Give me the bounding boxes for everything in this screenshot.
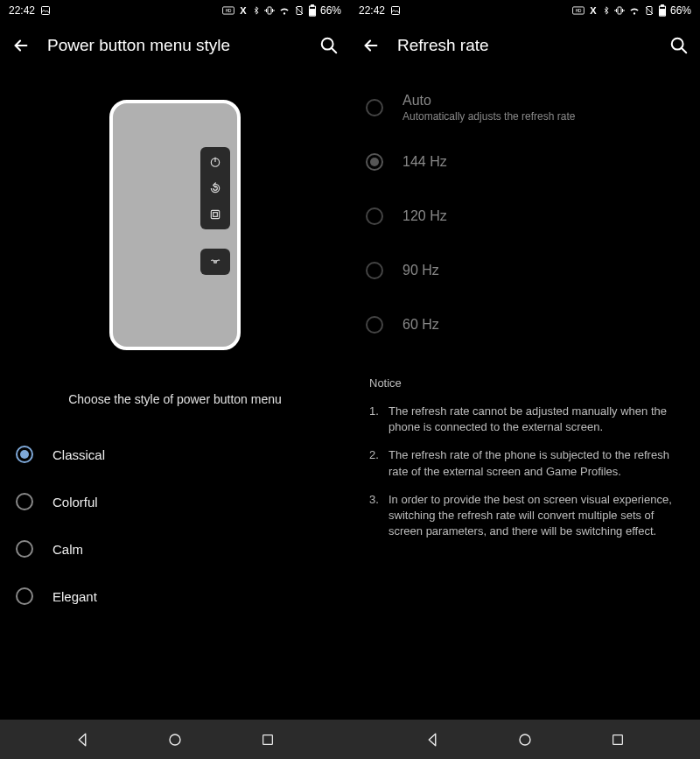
- vibrate-icon: [264, 5, 275, 16]
- radio-label: 144 Hz: [402, 154, 447, 170]
- notice-item: 1. The refresh rate cannot be adjusted m…: [369, 404, 681, 435]
- no-sim-icon: [644, 5, 654, 16]
- svg-rect-24: [263, 734, 273, 744]
- svg-rect-8: [311, 10, 315, 16]
- radio-indicator: [16, 446, 33, 463]
- radio-option-60hz: 60 Hz: [350, 298, 700, 352]
- nav-recent-button[interactable]: [607, 729, 628, 750]
- nav-home-button[interactable]: [164, 729, 186, 750]
- radio-label: Colorful: [52, 495, 98, 510]
- radio-indicator: [366, 99, 383, 116]
- radio-option-90hz: 90 Hz: [350, 243, 700, 298]
- screenshot-icon: [390, 5, 401, 16]
- wifi-icon: [628, 5, 640, 16]
- notice-item: 2. The refresh rate of the phone is subj…: [369, 447, 681, 479]
- status-bar: 22:42 HD X 66%: [0, 0, 350, 21]
- radio-indicator: [16, 540, 33, 558]
- svg-rect-26: [613, 734, 623, 744]
- style-options: Classical Colorful Calm Elegant: [0, 431, 350, 620]
- app-bar: Power button menu style: [0, 21, 350, 70]
- svg-rect-7: [312, 5, 314, 6]
- svg-rect-12: [214, 213, 218, 217]
- page-subtitle: Choose the style of power button menu: [0, 392, 350, 406]
- notice-text: The refresh rate of the phone is subject…: [388, 447, 681, 479]
- svg-text:HD: HD: [226, 9, 232, 13]
- radio-option-120hz: 120 Hz: [350, 189, 700, 243]
- restart-icon: [206, 179, 225, 198]
- radio-label: 120 Hz: [402, 208, 447, 224]
- battery-icon: [658, 4, 667, 17]
- battery-percent: 66%: [670, 4, 691, 17]
- notice-title: Notice: [369, 376, 681, 390]
- notice-text: In order to provide the best on screen v…: [388, 492, 681, 540]
- nav-recent-button[interactable]: [257, 729, 278, 750]
- radio-label: Calm: [52, 542, 83, 557]
- style-preview: [0, 100, 350, 350]
- battery-icon: [308, 4, 317, 17]
- svg-rect-17: [618, 7, 621, 14]
- radio-label: 60 Hz: [402, 317, 439, 333]
- radio-label: 90 Hz: [402, 263, 439, 278]
- notice-text: The refresh rate cannot be adjusted manu…: [388, 404, 681, 435]
- nav-back-button[interactable]: [422, 729, 443, 750]
- navigation-bar: [0, 720, 700, 759]
- app-bar: Refresh rate: [350, 21, 700, 70]
- radio-option-144hz: 144 Hz: [350, 135, 700, 189]
- x-mode-icon: X: [588, 5, 598, 16]
- radio-option-classical[interactable]: Classical: [0, 431, 350, 478]
- radio-indicator: [16, 587, 33, 605]
- svg-rect-4: [268, 7, 271, 14]
- svg-rect-20: [662, 5, 664, 6]
- bluetooth-icon: [252, 5, 261, 16]
- no-sim-icon: [294, 5, 304, 16]
- back-button[interactable]: [360, 35, 382, 56]
- svg-point-23: [170, 734, 180, 745]
- radio-option-colorful[interactable]: Colorful: [0, 478, 350, 525]
- notice-item: 3. In order to provide the best on scree…: [369, 492, 681, 540]
- search-button[interactable]: [668, 35, 690, 56]
- radio-sublabel: Automatically adjusts the refresh rate: [402, 110, 575, 123]
- svg-text:HD: HD: [576, 9, 582, 13]
- radio-label: Auto: [402, 93, 575, 109]
- radio-indicator: [16, 493, 33, 510]
- radio-option-auto: Auto Automatically adjusts the refresh r…: [350, 81, 700, 135]
- back-button[interactable]: [10, 35, 32, 56]
- page-title: Power button menu style: [47, 36, 303, 55]
- radio-option-elegant[interactable]: Elegant: [0, 573, 350, 620]
- nav-home-button[interactable]: [514, 729, 536, 750]
- resolution-icon: HD: [572, 6, 584, 15]
- wifi-icon: [278, 5, 290, 16]
- screen-refresh-rate: 22:42 HD X 66% Refresh rate: [350, 0, 700, 720]
- screenshot-icon: [40, 5, 51, 16]
- resolution-icon: HD: [222, 6, 234, 15]
- radio-indicator: [366, 153, 383, 171]
- power-icon: [206, 152, 225, 172]
- svg-rect-21: [661, 10, 665, 16]
- battery-percent: 66%: [320, 4, 341, 17]
- bluetooth-icon: [602, 5, 611, 16]
- svg-rect-11: [211, 210, 219, 218]
- page-title: Refresh rate: [397, 36, 653, 55]
- svg-text:X: X: [240, 5, 247, 16]
- radio-label: Elegant: [52, 589, 97, 604]
- nav-back-button[interactable]: [72, 729, 93, 750]
- radio-indicator: [366, 207, 383, 225]
- radio-option-calm[interactable]: Calm: [0, 525, 350, 573]
- radio-label: Classical: [52, 447, 105, 462]
- svg-text:X: X: [590, 5, 597, 16]
- screen-power-menu-style: 22:42 HD X 66% Power button menu style: [0, 0, 350, 720]
- status-time: 22:42: [9, 4, 35, 17]
- refresh-rate-options: Auto Automatically adjusts the refresh r…: [350, 81, 700, 352]
- search-button[interactable]: [318, 35, 340, 56]
- svg-point-25: [520, 734, 530, 745]
- radio-indicator: [366, 262, 383, 279]
- x-mode-icon: X: [238, 5, 248, 16]
- status-bar: 22:42 HD X 66%: [350, 0, 700, 21]
- emergency-icon: [209, 256, 221, 268]
- vibrate-icon: [614, 5, 625, 16]
- status-time: 22:42: [359, 4, 385, 17]
- notice-section: Notice 1. The refresh rate cannot be adj…: [350, 376, 700, 539]
- radio-indicator: [366, 316, 383, 334]
- screenshot-icon: [206, 205, 225, 224]
